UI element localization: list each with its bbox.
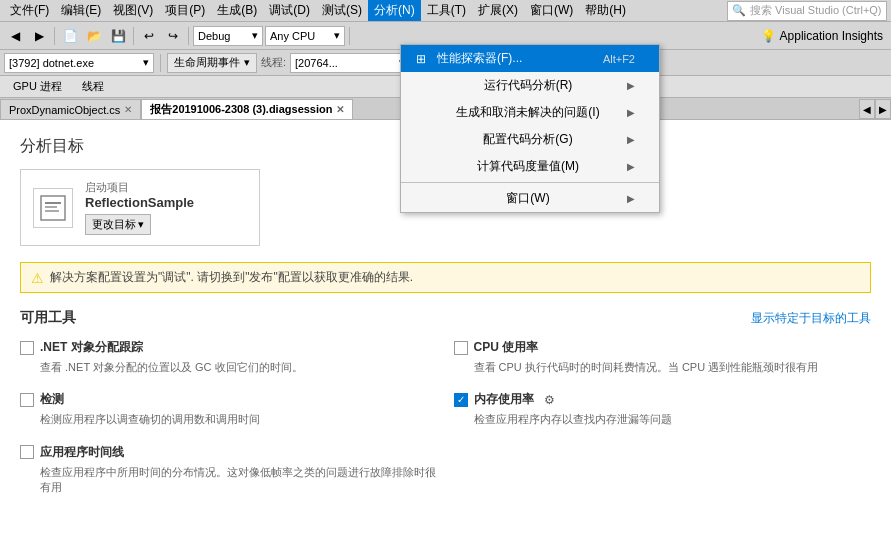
dropdown-item-profiler-shortcut: Alt+F2: [603, 53, 635, 65]
analyze-dropdown-menu: ⊞ 性能探索器(F)... Alt+F2 运行代码分析(R) ▶ 生成和取消未解…: [400, 44, 660, 213]
menu-build[interactable]: 生成(B): [211, 0, 263, 21]
menu-view[interactable]: 视图(V): [107, 0, 159, 21]
dropdown-separator: [401, 182, 659, 183]
dropdown-item-calculate-metrics-label: 计算代码度量值(M): [477, 158, 579, 175]
dropdown-item-profiler-label: 性能探索器(F)...: [437, 50, 522, 67]
dropdown-item-configure-analysis-label: 配置代码分析(G): [483, 131, 572, 148]
menu-window[interactable]: 窗口(W): [524, 0, 579, 21]
dropdown-item-run-analysis-label: 运行代码分析(R): [484, 77, 573, 94]
menu-test[interactable]: 测试(S): [316, 0, 368, 21]
dropdown-item-configure-analysis[interactable]: 配置代码分析(G) ▶: [401, 126, 659, 153]
configure-analysis-arrow: ▶: [627, 134, 635, 145]
dropdown-item-run-analysis[interactable]: 运行代码分析(R) ▶: [401, 72, 659, 99]
dropdown-item-calculate-metrics[interactable]: 计算代码度量值(M) ▶: [401, 153, 659, 180]
menu-help[interactable]: 帮助(H): [579, 0, 632, 21]
menu-extensions[interactable]: 扩展(X): [472, 0, 524, 21]
calculate-metrics-arrow: ▶: [627, 161, 635, 172]
dropdown-item-generate-issues-label: 生成和取消未解决的问题(I): [456, 104, 599, 121]
dropdown-item-window-label: 窗口(W): [506, 190, 549, 207]
menu-file[interactable]: 文件(F): [4, 0, 55, 21]
dropdown-overlay[interactable]: ⊞ 性能探索器(F)... Alt+F2 运行代码分析(R) ▶ 生成和取消未解…: [0, 22, 891, 550]
search-icon: 🔍: [732, 4, 746, 17]
menu-bar: 文件(F) 编辑(E) 视图(V) 项目(P) 生成(B) 调试(D) 测试(S…: [0, 0, 891, 22]
dropdown-item-generate-issues[interactable]: 生成和取消未解决的问题(I) ▶: [401, 99, 659, 126]
search-placeholder: 搜索 Visual Studio (Ctrl+Q): [750, 3, 882, 18]
profiler-icon: ⊞: [413, 52, 429, 66]
dropdown-item-profiler[interactable]: ⊞ 性能探索器(F)... Alt+F2: [401, 45, 659, 72]
run-analysis-arrow: ▶: [627, 80, 635, 91]
menu-debug[interactable]: 调试(D): [263, 0, 316, 21]
dropdown-item-window[interactable]: 窗口(W) ▶: [401, 185, 659, 212]
window-arrow: ▶: [627, 193, 635, 204]
menu-edit[interactable]: 编辑(E): [55, 0, 107, 21]
menu-project[interactable]: 项目(P): [159, 0, 211, 21]
search-box[interactable]: 🔍 搜索 Visual Studio (Ctrl+Q): [727, 1, 887, 21]
menu-tools[interactable]: 工具(T): [421, 0, 472, 21]
menu-analyze[interactable]: 分析(N): [368, 0, 421, 21]
generate-issues-arrow: ▶: [627, 107, 635, 118]
